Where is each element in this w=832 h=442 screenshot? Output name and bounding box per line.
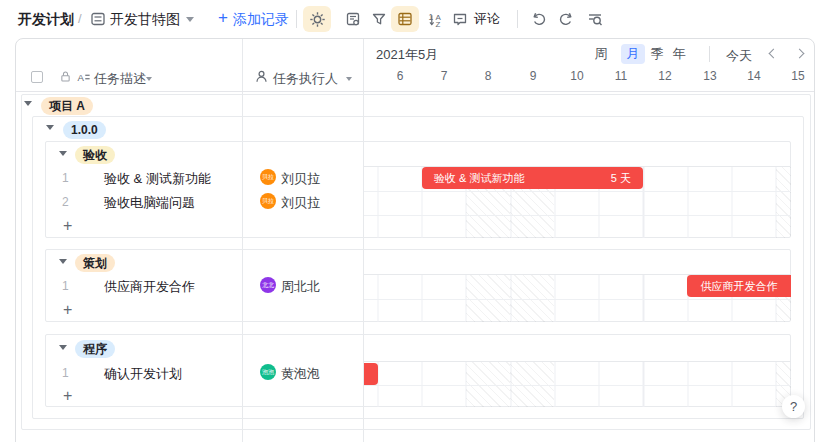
row-number: 1 [62, 366, 69, 380]
avatar: 北北 [260, 277, 276, 293]
scale-year[interactable]: 年 [667, 44, 691, 64]
person-icon [254, 69, 269, 84]
gantt-bar-supplier[interactable]: 供应商开发合作 [687, 275, 791, 297]
row-number: 2 [62, 195, 69, 209]
scale-quarter[interactable]: 季 [645, 44, 669, 64]
collapse-caret-project-a[interactable] [24, 101, 32, 106]
help-button[interactable]: ? [782, 395, 805, 418]
group-pill-cehua[interactable]: 策划 [75, 254, 115, 272]
group-pill-project-a[interactable]: 项目 A [41, 97, 93, 115]
row-number: 1 [62, 171, 69, 185]
day-label: 11 [615, 69, 627, 83]
group-pill-1-0-0[interactable]: 1.0.0 [63, 121, 106, 139]
add-task-button[interactable]: + [63, 302, 72, 318]
task-title[interactable]: 确认开发计划 [104, 365, 182, 383]
filter-icon [371, 11, 387, 27]
comment-icon[interactable] [452, 11, 468, 27]
sort-icon: 1AZ [427, 11, 444, 28]
header-border [16, 91, 814, 92]
assignee-name: 周北北 [281, 278, 320, 296]
task-title[interactable]: 验收电脑端问题 [104, 194, 195, 212]
assignee-column-header[interactable]: 任务执行人 [273, 70, 338, 88]
bar-label: 供应商开发合作 [701, 279, 778, 294]
gantt-app-window: 开发计划 / 开发甘特图 + 添加记录 [0, 0, 832, 442]
avatar: 贝拉 [260, 193, 276, 209]
collapse-caret-1-0-0[interactable] [46, 125, 54, 130]
month-label: 2021年5月 [376, 46, 438, 64]
add-record-plus: + [218, 0, 228, 36]
day-label: 9 [530, 69, 537, 83]
row-line [364, 215, 791, 216]
svg-text:Z: Z [435, 19, 440, 27]
day-label: 13 [703, 69, 716, 83]
assignee-name: 刘贝拉 [281, 170, 320, 188]
gantt-bar-acceptance-test[interactable]: 验收 & 测试新功能 5 天 [422, 167, 643, 189]
day-label: 12 [658, 69, 671, 83]
add-task-button[interactable]: + [63, 218, 72, 234]
assignee-name: 黄泡泡 [281, 365, 320, 383]
form-settings-button[interactable] [339, 6, 367, 32]
view-name[interactable]: 开发甘特图 [110, 0, 180, 38]
group-pill-chengxu[interactable]: 程序 [75, 340, 115, 358]
task-column-header[interactable]: 任务描述 [94, 70, 146, 88]
lock-icon [59, 70, 72, 83]
avatar: 泡泡 [260, 364, 276, 380]
svg-text:A: A [77, 72, 84, 83]
collapse-caret-yanshou[interactable] [59, 151, 67, 156]
day-label: 7 [441, 69, 448, 83]
chevron-right-icon[interactable] [795, 49, 805, 59]
today-button[interactable]: 今天 [726, 47, 752, 65]
assignee-column-caret[interactable] [346, 77, 352, 81]
filter-button[interactable] [365, 6, 393, 32]
chevron-left-icon[interactable] [769, 49, 779, 59]
scale-month[interactable]: 月 [621, 44, 645, 64]
scale-week[interactable]: 周 [589, 44, 613, 64]
collapse-caret-chengxu[interactable] [59, 345, 67, 350]
day-label: 15 [791, 69, 804, 83]
row-line [364, 191, 791, 192]
gantt-view-card: A 任务描述 任务执行人 2021年5月 周 月 季 年 今天 6 7 8 9 … [15, 38, 815, 442]
grid-view-icon [90, 11, 106, 27]
group-pill-yanshou[interactable]: 验收 [75, 146, 115, 164]
row-line [364, 385, 791, 386]
toolbar-divider-2 [517, 10, 518, 28]
gantt-grid-chengxu [364, 361, 791, 407]
breadcrumb-separator: / [78, 0, 82, 38]
view-dropdown-caret[interactable] [186, 17, 194, 22]
bar-duration: 5 天 [611, 171, 643, 186]
comment-button-label[interactable]: 评论 [474, 0, 500, 38]
gantt-bar-confirm-plan[interactable] [364, 363, 378, 385]
task-title[interactable]: 供应商开发合作 [104, 278, 195, 296]
scale-divider [709, 46, 710, 62]
add-task-button[interactable]: + [63, 388, 72, 404]
find-icon[interactable] [586, 10, 604, 28]
undo-icon[interactable] [530, 10, 548, 28]
assignee-name: 刘贝拉 [281, 194, 320, 212]
sort-button[interactable]: 1AZ [421, 6, 449, 32]
avatar: 贝拉 [260, 169, 276, 185]
row-number: 1 [62, 279, 69, 293]
task-column-caret[interactable] [146, 77, 152, 81]
text-field-icon: A [76, 70, 91, 84]
settings-button[interactable] [303, 6, 331, 32]
doc-title: 开发计划 [18, 0, 74, 38]
day-label: 6 [397, 69, 404, 83]
form-icon [345, 11, 361, 27]
row-layout-button[interactable] [391, 6, 419, 32]
add-record-button[interactable]: 添加记录 [233, 0, 289, 38]
toolbar-divider [296, 10, 297, 28]
row-line [364, 299, 791, 300]
redo-icon[interactable] [557, 10, 575, 28]
toolbar: 开发计划 / 开发甘特图 + 添加记录 [0, 0, 832, 38]
task-title[interactable]: 验收 & 测试新功能 [104, 170, 211, 188]
collapse-caret-cehua[interactable] [59, 259, 67, 264]
select-all-checkbox[interactable] [31, 71, 43, 83]
weekend-column [776, 167, 791, 238]
day-label: 14 [747, 69, 760, 83]
gear-icon [309, 11, 326, 28]
svg-text:1: 1 [428, 11, 433, 21]
day-label: 10 [570, 69, 583, 83]
list-view-icon [397, 11, 413, 27]
day-label: 8 [485, 69, 492, 83]
bar-label: 验收 & 测试新功能 [422, 171, 524, 186]
